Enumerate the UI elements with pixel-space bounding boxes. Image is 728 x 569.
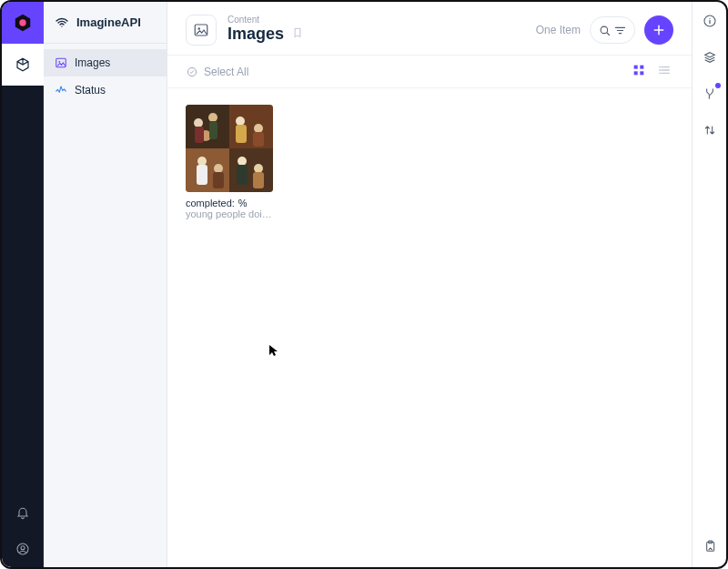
svg-point-8 (601, 26, 608, 34)
page-title: Images (228, 25, 284, 45)
nav-item-images[interactable]: Images (44, 49, 167, 76)
wifi-icon (55, 15, 69, 30)
svg-point-1 (19, 19, 25, 25)
sort-arrows-button[interactable] (700, 120, 720, 140)
bell-icon (15, 505, 30, 520)
svg-point-32 (238, 157, 247, 166)
svg-rect-11 (640, 66, 643, 69)
right-rail (692, 2, 726, 567)
grid-icon (632, 63, 646, 77)
activity-icon (55, 84, 67, 97)
svg-point-34 (254, 164, 263, 173)
check-circle-icon (186, 66, 198, 78)
clipboard-icon (703, 539, 717, 554)
breadcrumb: Content (228, 15, 304, 25)
flows-icon (703, 86, 717, 101)
svg-point-20 (208, 113, 217, 122)
flows-button[interactable] (700, 84, 720, 104)
card-status-value: % (238, 198, 248, 208)
svg-point-7 (198, 27, 200, 29)
svg-rect-13 (640, 71, 643, 75)
module-rail (2, 2, 44, 567)
card-thumbnail (186, 105, 273, 192)
svg-point-24 (236, 117, 245, 126)
collection-icon (186, 15, 217, 46)
search-icon (598, 24, 612, 37)
layers-icon (703, 50, 717, 65)
notifications-button[interactable] (2, 494, 44, 531)
image-card[interactable]: completed: % young people doin… (186, 105, 273, 219)
list-icon (657, 63, 672, 77)
plus-icon (652, 23, 666, 37)
box-icon (15, 56, 31, 73)
collection-nav: ImagineAPI Images Status (44, 2, 167, 567)
app-logo[interactable] (2, 2, 44, 44)
nav-item-label: Status (75, 84, 106, 97)
svg-rect-22 (195, 127, 204, 143)
svg-rect-27 (253, 132, 264, 147)
card-status: completed: % (186, 198, 273, 208)
svg-rect-18 (229, 148, 273, 192)
svg-rect-33 (237, 165, 248, 185)
svg-point-5 (58, 61, 60, 63)
svg-rect-12 (634, 71, 638, 75)
svg-point-30 (214, 164, 223, 173)
app-name: ImagineAPI (76, 15, 141, 29)
hexagon-logo-icon (13, 13, 33, 33)
add-item-button[interactable] (644, 15, 673, 45)
swap-vertical-icon (703, 123, 717, 137)
image-icon (193, 22, 209, 38)
notification-dot-icon (715, 83, 721, 88)
main: Content Images One Item Select All (167, 2, 692, 567)
svg-point-19 (194, 118, 203, 127)
select-all-label: Select All (204, 66, 248, 78)
card-status-key: completed: (186, 198, 235, 208)
svg-point-3 (21, 546, 25, 550)
card-caption: young people doin… (186, 208, 273, 219)
svg-rect-23 (209, 121, 217, 139)
svg-rect-15 (186, 105, 229, 148)
svg-rect-25 (236, 125, 247, 143)
view-grid-button[interactable] (630, 61, 648, 82)
svg-rect-29 (197, 165, 207, 185)
nav-item-label: Images (75, 56, 110, 69)
user-circle-icon (15, 542, 30, 556)
bookmark-icon (291, 26, 304, 39)
info-button[interactable] (700, 11, 720, 31)
svg-rect-10 (634, 66, 638, 69)
account-button[interactable] (2, 531, 44, 567)
item-count: One Item (536, 24, 581, 36)
select-all-button[interactable]: Select All (186, 66, 248, 78)
filter-icon (613, 24, 627, 37)
svg-rect-35 (253, 172, 264, 188)
svg-point-28 (197, 157, 207, 166)
clipboard-button[interactable] (700, 536, 720, 556)
nav-list: Images Status (44, 44, 167, 104)
view-list-button[interactable] (655, 61, 673, 82)
list-toolbar: Select All (167, 55, 692, 88)
search-filter-pill[interactable] (590, 16, 635, 44)
image-icon (55, 56, 67, 69)
page-header: Content Images One Item (167, 2, 692, 55)
bookmark-button[interactable] (291, 25, 304, 45)
layers-button[interactable] (700, 47, 720, 67)
info-icon (703, 14, 717, 28)
svg-rect-31 (213, 172, 224, 188)
cards-grid: completed: % young people doin… (167, 88, 692, 567)
nav-header: ImagineAPI (44, 2, 167, 44)
nav-item-status[interactable]: Status (44, 76, 167, 104)
thumbnail-art (186, 105, 273, 192)
svg-point-26 (254, 124, 263, 133)
module-content[interactable] (2, 44, 44, 86)
